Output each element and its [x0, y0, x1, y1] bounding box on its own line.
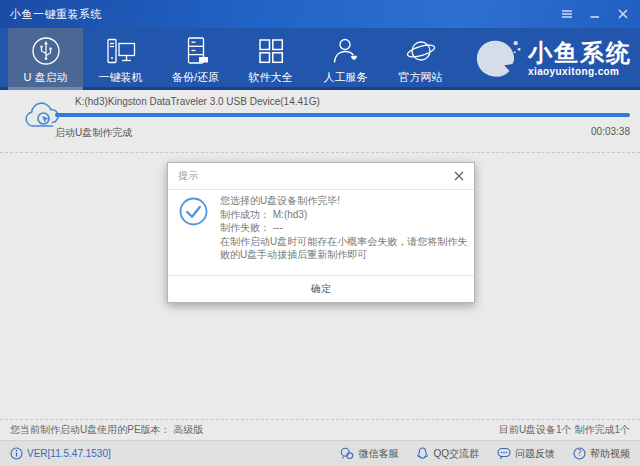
footer-link-label: 帮助视频 [590, 447, 630, 461]
menu-icon[interactable] [560, 7, 574, 21]
globe-icon [406, 36, 436, 66]
footer: VER[11.5.47.1530] 微信客服 QQ交流群 [0, 440, 640, 466]
dialog-footer: 确定 [168, 275, 474, 302]
success-check-icon [179, 197, 208, 226]
brand-logo: 小鱼系统 xiaoyuxitong.com [473, 34, 632, 84]
nav-item-backup-restore[interactable]: 备份/还原 [158, 28, 233, 90]
nav-item-one-key-install[interactable]: 一键装机 [83, 28, 158, 90]
section-divider [0, 152, 640, 153]
nav-item-usb-boot[interactable]: U 盘启动 [8, 28, 83, 90]
app-grid-icon [256, 36, 286, 66]
dialog-title: 提示 [178, 169, 198, 183]
version-info: VER[11.5.47.1530] [10, 447, 111, 460]
dialog-body: 您选择的U盘设备制作完毕! 制作成功： M:(hd3) 制作失败： --- 在制… [168, 190, 474, 275]
close-icon[interactable] [616, 7, 630, 21]
dialog-line: 制作失败： --- [220, 221, 470, 235]
device-count-label: 目前U盘设备1个 制作完成1个 [499, 423, 630, 437]
progress-bar [55, 113, 630, 117]
qq-group-link[interactable]: QQ交流群 [416, 447, 479, 461]
nav-label: 人工服务 [324, 70, 368, 85]
nav-label: U 盘启动 [24, 70, 68, 85]
feedback-bubble-icon [497, 447, 511, 460]
wechat-support-link[interactable]: 微信客服 [340, 447, 398, 461]
pe-version-label: 您当前制作启动U盘使用的PE版本： 高级版 [10, 423, 203, 437]
feedback-link[interactable]: 问题反馈 [497, 447, 555, 461]
dialog-line: 在制作启动U盘时可能存在小概率会失败，请您将制作失败的U盘手动拔插后重新制作即可 [220, 235, 470, 262]
device-label: K:(hd3)Kingston DataTraveler 3.0 USB Dev… [75, 96, 320, 107]
dialog-message: 您选择的U盘设备制作完毕! 制作成功： M:(hd3) 制作失败： --- 在制… [220, 194, 470, 262]
dialog-close-icon[interactable] [454, 171, 464, 181]
nav-label: 备份/还原 [172, 70, 219, 85]
computer-icon [106, 36, 136, 66]
help-circle-icon: ? [573, 447, 586, 460]
elapsed-time: 00:03:38 [591, 126, 630, 137]
footer-link-label: 微信客服 [358, 447, 398, 461]
qq-icon [416, 447, 429, 460]
minimize-icon[interactable] [588, 7, 602, 21]
nav-item-website[interactable]: 官方网站 [383, 28, 458, 90]
usb-icon [31, 36, 61, 66]
svg-text:?: ? [577, 449, 581, 458]
window-controls [560, 7, 630, 21]
nav-label: 一键装机 [99, 70, 143, 85]
info-icon [10, 447, 23, 460]
footer-link-label: 问题反馈 [515, 447, 555, 461]
fish-logo-icon [473, 36, 521, 82]
nav-label: 官方网站 [399, 70, 443, 85]
footer-link-label: QQ交流群 [433, 447, 479, 461]
progress-fill [55, 113, 630, 117]
footer-links: 微信客服 QQ交流群 问题反馈 [340, 447, 630, 461]
statusbar: 您当前制作启动U盘使用的PE版本： 高级版 目前U盘设备1个 制作完成1个 [0, 419, 640, 440]
backup-server-icon [181, 36, 211, 66]
nav-item-support[interactable]: 人工服务 [308, 28, 383, 90]
version-label: VER[11.5.47.1530] [27, 448, 111, 459]
navbar: U 盘启动 一键装机 [0, 28, 640, 90]
dialog-line: 制作成功： M:(hd3) [220, 208, 470, 222]
nav-item-software[interactable]: 软件大全 [233, 28, 308, 90]
brand-name: 小鱼系统 [528, 41, 632, 65]
window-title: 小鱼一键重装系统 [10, 7, 102, 22]
nav-label: 软件大全 [249, 70, 293, 85]
dialog: 提示 您选择的U盘设备制作完毕! 制作成功： M:(hd3) 制作失败： ---… [167, 162, 475, 303]
person-service-icon [331, 36, 361, 66]
dialog-line: 您选择的U盘设备制作完毕! [220, 194, 470, 208]
titlebar: 小鱼一键重装系统 [0, 0, 640, 28]
dialog-header: 提示 [168, 163, 474, 190]
help-video-link[interactable]: ? 帮助视频 [573, 447, 630, 461]
brand-domain: xiaoyuxitong.com [528, 67, 632, 77]
progress-status: 启动U盘制作完成 [55, 126, 132, 140]
wechat-icon [340, 447, 354, 460]
ok-button[interactable]: 确定 [293, 278, 349, 300]
